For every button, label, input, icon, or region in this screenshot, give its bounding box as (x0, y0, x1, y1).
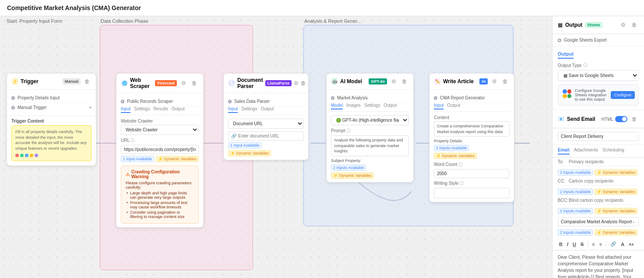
dp-url-input-wrap: 🔗 (228, 131, 304, 141)
phase-label-start: Start: Property Input Form (7, 18, 62, 24)
trigger-body: Property Details Input Manual Trigger ▾ (7, 90, 96, 116)
toolbar-strikethrough-btn[interactable]: S (579, 241, 585, 248)
tab-settings-ai[interactable]: Settings (364, 103, 380, 109)
email-bcc-row: BCC: (558, 196, 639, 205)
ai-model-select[interactable]: 🟢 GPT-4o (High-intelligence flagship mod… (331, 115, 409, 125)
subj-tag-dyn: ⚡ Dynamic Variables (595, 229, 637, 236)
email-subject-input[interactable] (558, 132, 639, 141)
to-tag-avail: 2 Inputs Available (558, 169, 593, 176)
tab-input-ws[interactable]: Input (121, 106, 130, 113)
tab-output-wa[interactable]: Output (447, 103, 460, 109)
app-container: Competitive Market Analysis (CMA) Genera… (0, 0, 644, 278)
trigger-delete-btn[interactable]: 🗑 (83, 77, 91, 86)
rp-output-type-select[interactable]: ▦ Save to Google Sheets (558, 70, 639, 81)
wa-style-input[interactable] (434, 188, 510, 198)
rp-configure-btn[interactable]: Configure (611, 91, 635, 99)
email-cc-input[interactable] (569, 179, 639, 183)
ws-url-input[interactable] (121, 145, 199, 154)
tab-output-ai[interactable]: Output (384, 103, 397, 109)
dot-property (11, 96, 15, 100)
ws-type-select[interactable]: Website Crawler (121, 125, 199, 135)
ai-model-settings-btn[interactable]: ⚙ (389, 77, 398, 86)
ws-url-label: URL ⓘ (121, 137, 199, 144)
toolbar-numlist-btn[interactable]: ≡ (598, 241, 603, 248)
trigger-badge: Manual (63, 78, 81, 84)
workflow-canvas[interactable]: Start: Property Input Form Data Collecti… (0, 16, 552, 278)
write-article-header: ✏️ Write Article AI ⚙ 🗑 (429, 74, 514, 90)
write-article-delete-btn[interactable]: 🗑 (501, 77, 510, 86)
toolbar-link-btn[interactable]: 🔗 (609, 240, 618, 248)
email-tab-email[interactable]: Email (558, 148, 570, 155)
ws-warning-1: Large depth and high page limits can gen… (126, 191, 194, 200)
tab-input-dp[interactable]: Input (228, 106, 238, 113)
doc-parser-delete-btn[interactable]: 🗑 (301, 79, 306, 88)
cc-tag-avail: 2 Inputs Available (558, 189, 593, 195)
ws-warning-box: ⚠ Crawling Configuration Warning Please … (121, 165, 199, 224)
toolbar-color-btn[interactable]: A (619, 241, 626, 248)
app-title: Competitive Market Analysis (CMA) Genera… (7, 4, 141, 11)
doc-parser-item-text: Sales Data Parser (234, 99, 270, 104)
email-subject-value-input[interactable] (558, 217, 639, 226)
wa-style-label: Writing Style ⓘ (434, 180, 510, 187)
tab-output-ws[interactable]: Output (172, 106, 185, 113)
email-bcc-input[interactable] (569, 198, 639, 203)
rp-email-delete-btn[interactable]: 🗑 (630, 115, 639, 123)
email-body[interactable]: Dear Client, Please find attached your c… (553, 250, 644, 278)
wa-tag-avail-1: 2 Inputs Available (434, 145, 469, 151)
web-scraper-item-text: Public Records Scraper (127, 99, 173, 104)
web-scraper-settings-btn[interactable]: ⚙ (179, 79, 188, 88)
ai-model-badge: GPT-4o (369, 78, 387, 84)
ai-model-tabs: Model Images Settings Output (331, 103, 409, 112)
web-scraper-delete-btn[interactable]: 🗑 (190, 79, 199, 88)
rp-output-settings-btn[interactable]: ⚙ (619, 21, 627, 29)
doc-parser-body: Sales Data Parser Input Settings Output … (224, 93, 308, 160)
g-blue (563, 89, 567, 94)
email-toolbar: B I U S ≡ ≡ 🔗 A Ax (553, 238, 644, 250)
web-scraper-body: Public Records Scraper Input Settings Re… (116, 93, 203, 227)
tab-results-ws[interactable]: Results (153, 106, 168, 113)
ai-model-delete-btn[interactable]: 🗑 (400, 77, 409, 86)
tab-input-wa[interactable]: Input (434, 103, 443, 109)
toolbar-list-btn[interactable]: ≡ (591, 241, 596, 248)
dot-manual (11, 106, 15, 109)
rp-output-actions: ⚙ 🗑 (619, 21, 639, 29)
write-article-settings-btn[interactable]: ⚙ (490, 77, 499, 86)
doc-parser-settings-btn[interactable]: ⚙ (294, 79, 299, 88)
tab-images-ai[interactable]: Images (346, 103, 361, 109)
toolbar-clear-btn[interactable]: Ax (627, 241, 635, 247)
tab-output-dp[interactable]: Output (260, 106, 274, 113)
toolbar-bold-btn[interactable]: B (558, 241, 564, 248)
ai-model-item-text: Market Analysis (337, 95, 368, 100)
toolbar-underline-btn[interactable]: U (571, 241, 577, 248)
ws-tag-available: 1 Input Available (121, 156, 154, 162)
trigger-item-2-text: Manual Trigger (18, 105, 47, 110)
web-scraper-item: Public Records Scraper (121, 97, 199, 106)
rp-output-header: ▦ Output Sheets ⚙ 🗑 (553, 16, 644, 34)
email-tab-scheduling[interactable]: Scheduling (602, 148, 624, 155)
ws-warning-3: Consider using pagination or filtering t… (126, 210, 194, 219)
wa-content-text: Create a comprehensive Comparative Marke… (434, 121, 510, 137)
trigger-note-text: Fill in all property details carefully. … (15, 130, 87, 151)
trigger-item-2: Manual Trigger ▾ (11, 103, 91, 112)
dp-url-input[interactable] (238, 134, 301, 138)
rp-output-delete-btn[interactable]: 🗑 (630, 21, 639, 29)
tab-settings-dp[interactable]: Settings (241, 106, 257, 113)
wa-wordcount-input[interactable] (434, 169, 510, 178)
html-toggle-group: HTML (602, 116, 627, 122)
tab-settings-ws[interactable]: Settings (134, 106, 150, 113)
dp-type-select[interactable]: Document URL (228, 119, 304, 129)
html-toggle-switch[interactable] (615, 116, 627, 122)
toolbar-italic-btn[interactable]: I (566, 241, 570, 248)
wa-content-label: Content (434, 115, 510, 120)
g-yellow (563, 94, 567, 99)
web-scraper-header: 🌐 Web Scraper Firecrawl ⚙ 🗑 (116, 74, 203, 93)
write-article-badge: AI (479, 78, 488, 84)
doc-parser-item: Sales Data Parser (228, 97, 304, 106)
web-scraper-tabs: Input Settings Results Output (121, 106, 199, 115)
bcc-tag-dyn: ⚡ Dynamic Variables (595, 208, 637, 214)
g-red (567, 89, 572, 94)
email-to-label: To: (558, 159, 569, 164)
tab-model-ai[interactable]: Model (331, 103, 343, 109)
email-tab-attachments[interactable]: Attachments (574, 148, 598, 155)
email-to-input[interactable] (569, 159, 639, 164)
